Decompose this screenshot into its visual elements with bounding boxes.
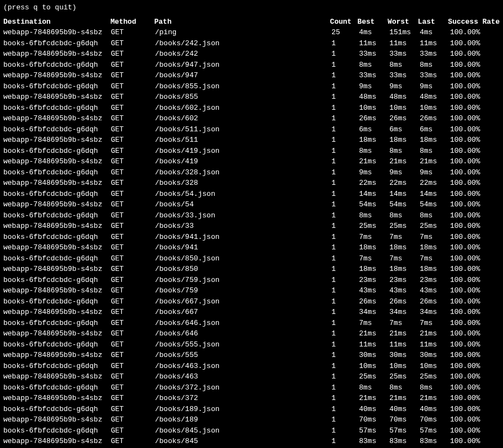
cell-method: GET [111,232,155,243]
cell-path: /books/54.json [155,189,331,200]
cell-destination: books-6fbfcdcbdc-g6dqh [3,167,111,178]
cell-destination: webapp-7848695b9b-s4sbz [3,350,111,361]
cell-method: GET [111,285,155,296]
cell-path: /books/242 [155,49,331,60]
cell-last: 7ms [420,232,450,243]
cell-method: GET [111,81,155,92]
cell-count: 1 [331,156,359,167]
cell-count: 1 [331,285,359,296]
cell-last: 54ms [420,199,450,210]
table-row: books-6fbfcdcbdc-g6dqhGET/books/242.json… [3,38,500,49]
table-row: books-6fbfcdcbdc-g6dqhGET/books/855.json… [3,81,500,92]
cell-count: 1 [331,307,359,318]
cell-last: 21ms [420,393,450,404]
cell-count: 1 [331,81,359,92]
cell-worst: 11ms [389,339,420,350]
col-header-best: Best [357,17,388,28]
cell-destination: books-6fbfcdcbdc-g6dqh [3,425,111,436]
table-row: books-6fbfcdcbdc-g6dqhGET/books/941.json… [3,232,500,243]
cell-best: 21ms [359,328,389,339]
cell-path: /books/463.json [155,361,331,372]
table-row: books-6fbfcdcbdc-g6dqhGET/books/555.json… [3,339,500,350]
cell-best: 25ms [359,371,389,382]
cell-path: /books/947 [155,70,331,81]
cell-path: /books/555 [155,350,331,361]
cell-success-rate: 100.00% [450,393,500,404]
cell-success-rate: 100.00% [450,103,500,114]
cell-success-rate: 100.00% [450,60,500,71]
cell-method: GET [111,124,155,135]
cell-path: /books/759.json [155,275,331,286]
cell-method: GET [111,318,155,329]
cell-success-rate: 100.00% [450,361,500,372]
cell-success-rate: 100.00% [450,178,500,189]
cell-success-rate: 100.00% [450,307,500,318]
cell-count: 1 [331,404,359,415]
cell-method: GET [111,178,155,189]
table-row: webapp-7848695b9b-s4sbzGET/books/602126m… [3,113,500,124]
cell-count: 1 [331,103,359,114]
cell-worst: 48ms [389,92,420,103]
cell-last: 22ms [420,178,450,189]
table-row: webapp-7848695b9b-s4sbzGET/books/419121m… [3,156,500,167]
cell-worst: 34ms [389,307,420,318]
cell-last: 6ms [420,124,450,135]
cell-success-rate: 100.00% [450,318,500,329]
cell-last: 10ms [420,361,450,372]
cell-destination: webapp-7848695b9b-s4sbz [3,414,111,425]
cell-path: /books/328.json [155,167,331,178]
cell-success-rate: 100.00% [450,382,500,393]
cell-destination: books-6fbfcdcbdc-g6dqh [3,60,111,71]
cell-last: 23ms [420,275,450,286]
table-row: webapp-7848695b9b-s4sbzGET/books/646121m… [3,328,500,339]
cell-destination: webapp-7848695b9b-s4sbz [3,307,111,318]
cell-last: 48ms [420,92,450,103]
cell-method: GET [111,296,155,307]
cell-worst: 22ms [389,178,420,189]
cell-success-rate: 100.00% [450,296,500,307]
cell-worst: 23ms [389,275,420,286]
cell-count: 1 [331,135,359,146]
cell-count: 25 [331,27,359,38]
cell-path: /books/189 [155,414,331,425]
cell-destination: webapp-7848695b9b-s4sbz [3,264,111,275]
cell-best: 33ms [359,70,389,81]
cell-count: 1 [331,70,359,81]
cell-path: /books/33 [155,221,331,232]
cell-destination: webapp-7848695b9b-s4sbz [3,371,111,382]
cell-method: GET [111,350,155,361]
cell-best: 48ms [359,92,389,103]
cell-count: 1 [331,60,359,71]
cell-count: 1 [331,339,359,350]
col-header-worst: Worst [388,17,418,28]
cell-method: GET [111,307,155,318]
cell-count: 1 [331,328,359,339]
cell-worst: 26ms [389,113,420,124]
cell-count: 1 [331,350,359,361]
cell-best: 34ms [359,307,389,318]
cell-worst: 18ms [389,264,420,275]
cell-count: 1 [331,199,359,210]
cell-destination: webapp-7848695b9b-s4sbz [3,113,111,124]
cell-best: 14ms [359,189,389,200]
cell-method: GET [111,371,155,382]
cell-success-rate: 100.00% [450,49,500,60]
cell-method: GET [111,92,155,103]
table-row: webapp-7848695b9b-s4sbzGET/ping254ms151m… [3,27,500,38]
cell-method: GET [111,103,155,114]
cell-method: GET [111,27,155,38]
table-row: webapp-7848695b9b-s4sbzGET/books/667134m… [3,307,500,318]
cell-last: 4ms [420,27,450,38]
cell-destination: webapp-7848695b9b-s4sbz [3,92,111,103]
col-header-path: Path [154,17,330,28]
cell-worst: 7ms [389,253,420,264]
cell-destination: webapp-7848695b9b-s4sbz [3,27,111,38]
cell-method: GET [111,425,155,436]
cell-path: /books/845 [155,436,331,447]
cell-success-rate: 100.00% [450,425,500,436]
cell-worst: 9ms [389,81,420,92]
cell-last: 33ms [420,49,450,60]
cell-destination: books-6fbfcdcbdc-g6dqh [3,404,111,415]
cell-destination: books-6fbfcdcbdc-g6dqh [3,232,111,243]
cell-success-rate: 100.00% [450,156,500,167]
